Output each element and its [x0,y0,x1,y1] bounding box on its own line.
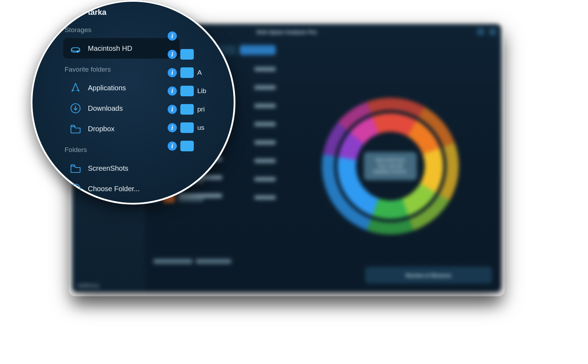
app-title: Disk Space Analyzer Pro [257,29,317,35]
sidebar-item-label: Macintosh HD [88,44,132,53]
chat-icon[interactable] [477,28,484,35]
brand-label: nektony [77,282,142,289]
info-icon[interactable]: i [168,86,177,96]
folder-icon [180,104,194,115]
sidebar-item-dropbox[interactable]: Dropbox [63,119,180,139]
folder-icon [180,67,194,78]
list-item[interactable]: i Lib [168,82,235,100]
chart-tooltip: Microsoft Excel Size 3.99 GB Modified 10… [364,152,417,180]
tab-biggest-files[interactable] [240,45,276,55]
magnifier-lens: tarka Storages Macintosh HD Favorite fol… [31,0,235,205]
review-remove-button[interactable]: Review & Remove [365,267,492,284]
sidebar-item-label: Choose Folder... [88,185,140,193]
info-icon[interactable]: i [168,141,177,151]
info-icon[interactable]: i [168,50,177,59]
list-item[interactable]: i us [168,119,235,137]
folder-icon [70,123,82,135]
file-label: us [197,124,204,132]
sidebar-item-screenshots[interactable]: ScreenShots [63,158,180,178]
sidebar-item-label: ScreenShots [88,164,128,172]
gear-icon[interactable] [489,28,496,35]
list-item[interactable]: i A [168,63,235,82]
folder-icon [180,122,194,133]
appstore-icon [70,82,82,94]
sidebar-item-applications[interactable]: Applications [63,78,180,98]
file-label: pri [197,105,205,113]
file-label: A [197,69,202,77]
folder-icon [180,86,194,96]
sidebar-item-macintosh-hd[interactable]: Macintosh HD [63,38,180,59]
sidebar-item-label: Downloads [88,104,123,113]
folder-icon [180,141,194,151]
folder-icon [70,162,82,174]
file-label: Lib [197,87,206,95]
breadcrumb[interactable] [154,259,231,264]
folder-icon [180,49,194,60]
user-name: tarka [88,8,235,17]
download-icon [70,102,82,114]
info-icon[interactable]: i [168,68,177,77]
info-icon[interactable]: i [168,31,177,41]
disk-icon [70,42,82,54]
list-item[interactable]: i pri [168,100,235,119]
sunburst-chart[interactable]: Microsoft Excel Size 3.99 GB Modified 10… [279,40,501,292]
sidebar-item-downloads[interactable]: Downloads [63,98,180,119]
sidebar-item-label: Applications [88,84,126,92]
info-icon[interactable]: i [168,105,177,114]
info-icon[interactable]: i [168,123,177,132]
sidebar-item-label: Dropbox [88,125,115,133]
